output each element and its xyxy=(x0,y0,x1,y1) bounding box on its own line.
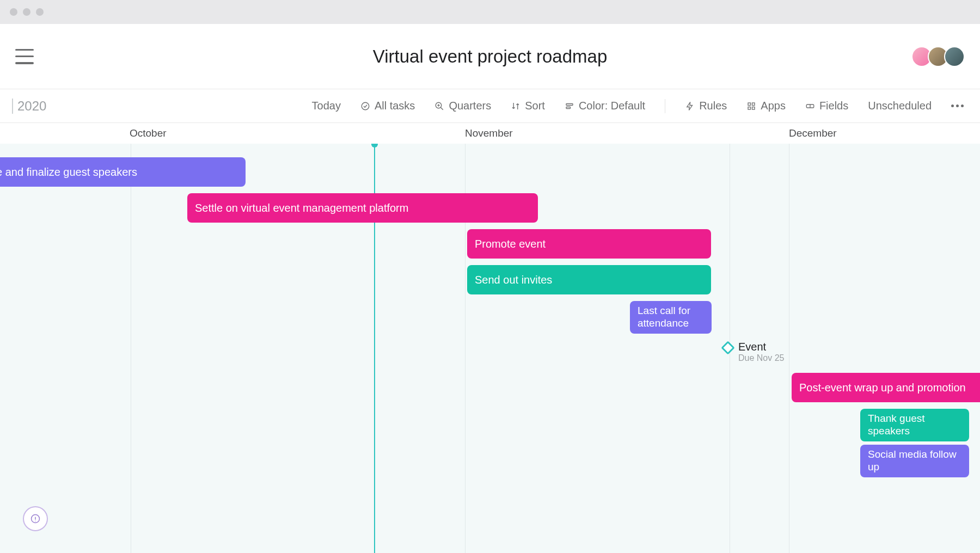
svg-rect-9 xyxy=(748,107,751,109)
month-header: October November December xyxy=(0,123,980,144)
today-button[interactable]: Today xyxy=(312,100,341,112)
sort-button[interactable]: Sort xyxy=(511,100,545,112)
all-tasks-button[interactable]: All tasks xyxy=(360,100,415,112)
gridline xyxy=(131,144,131,553)
traffic-zoom-icon[interactable] xyxy=(36,8,44,16)
timeline-canvas[interactable]: Plan venue and finalize guest speakersSe… xyxy=(0,144,980,553)
task-bar[interactable]: Settle on virtual event management platf… xyxy=(187,193,538,223)
fields-icon xyxy=(805,101,815,111)
task-bar[interactable]: Thank guest speakers xyxy=(860,409,969,441)
gridline xyxy=(789,144,789,553)
milestone-date: Due Nov 25 xyxy=(738,353,785,363)
svg-rect-6 xyxy=(566,107,571,108)
window-chrome xyxy=(0,0,980,24)
today-label: Today xyxy=(312,100,341,112)
avatar-stack[interactable] xyxy=(916,46,965,67)
milestone[interactable]: EventDue Nov 25 xyxy=(723,341,785,363)
menu-icon[interactable] xyxy=(15,49,34,64)
today-marker-icon xyxy=(371,144,378,148)
task-bar[interactable]: Social media follow up xyxy=(860,445,969,477)
task-label: Post-event wrap up and promotion xyxy=(799,382,966,394)
unscheduled-label: Unscheduled xyxy=(868,100,932,112)
more-button[interactable] xyxy=(951,105,964,107)
fields-label: Fields xyxy=(819,100,848,112)
task-bar[interactable]: Post-event wrap up and promotion xyxy=(792,373,980,402)
sort-label: Sort xyxy=(525,100,545,112)
svg-point-0 xyxy=(362,102,369,110)
month-december: December xyxy=(789,127,837,139)
rules-label: Rules xyxy=(699,100,727,112)
check-circle-icon xyxy=(360,101,370,111)
task-bar[interactable]: Promote event xyxy=(467,229,711,259)
fields-button[interactable]: Fields xyxy=(805,100,848,112)
svg-rect-10 xyxy=(752,107,755,109)
color-label: Color: Default xyxy=(579,100,645,112)
zoom-icon xyxy=(434,101,444,111)
traffic-minimize-icon[interactable] xyxy=(23,8,30,16)
task-bar[interactable]: Plan venue and finalize guest speakers xyxy=(0,157,246,187)
quarters-label: Quarters xyxy=(449,100,491,112)
task-label: Promote event xyxy=(475,238,546,250)
toolbar-divider xyxy=(665,99,665,113)
svg-rect-8 xyxy=(752,103,755,106)
color-button[interactable]: Color: Default xyxy=(565,100,645,112)
task-bar[interactable]: Last call for attendance xyxy=(630,301,712,334)
month-october: October xyxy=(130,127,167,139)
avatar[interactable] xyxy=(944,46,965,67)
task-label: Last call for attendance xyxy=(638,305,704,330)
app-header: Virtual event project roadmap xyxy=(0,24,980,89)
grid-icon xyxy=(746,101,756,111)
traffic-close-icon[interactable] xyxy=(10,8,17,16)
task-bar[interactable]: Send out invites xyxy=(467,265,711,294)
more-icon xyxy=(951,105,964,107)
diamond-icon xyxy=(721,341,734,354)
svg-point-15 xyxy=(35,521,35,521)
svg-rect-7 xyxy=(748,103,751,106)
palette-icon xyxy=(565,101,574,111)
apps-label: Apps xyxy=(761,100,786,112)
task-label: Settle on virtual event management platf… xyxy=(195,202,408,214)
year-label: 2020 xyxy=(12,99,46,114)
page-title: Virtual event project roadmap xyxy=(373,46,607,67)
unscheduled-button[interactable]: Unscheduled xyxy=(868,100,932,112)
task-label: Plan venue and finalize guest speakers xyxy=(0,166,137,179)
help-button[interactable] xyxy=(23,506,48,531)
milestone-title: Event xyxy=(738,341,785,353)
toolbar: 2020 Today All tasks Quarters Sort xyxy=(0,89,980,123)
rules-button[interactable]: Rules xyxy=(685,100,727,112)
apps-button[interactable]: Apps xyxy=(746,100,786,112)
quarters-button[interactable]: Quarters xyxy=(434,100,491,112)
sort-icon xyxy=(511,101,520,111)
task-label: Thank guest speakers xyxy=(868,413,961,438)
all-tasks-label: All tasks xyxy=(375,100,415,112)
svg-rect-5 xyxy=(566,103,573,105)
task-label: Send out invites xyxy=(475,274,552,286)
svg-line-2 xyxy=(441,107,444,110)
task-label: Social media follow up xyxy=(868,448,961,474)
lightning-icon xyxy=(685,101,695,111)
month-november: November xyxy=(465,127,513,139)
